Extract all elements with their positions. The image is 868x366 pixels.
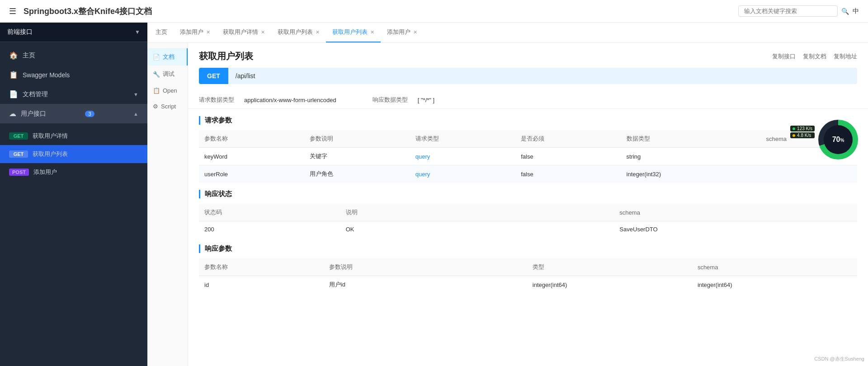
sidebar-item-doc-mgmt-label: 文档管理 (23, 90, 48, 99)
copy-api-btn[interactable]: 复制接口 (772, 52, 796, 61)
tab-get-user-list-2[interactable]: 获取用户列表 ✕ (326, 23, 381, 42)
api-name-get-detail: 获取用户详情 (33, 132, 68, 140)
col-res-name: 参数名称 (199, 258, 324, 276)
download-indicator (793, 134, 795, 137)
sidebar-item-home-label: 主页 (23, 52, 35, 60)
panel-item-script-label: Script (161, 103, 176, 110)
api-item-post-user[interactable]: POST 添加用户 (0, 163, 147, 181)
copy-url-btn[interactable]: 复制地址 (834, 52, 857, 61)
content-area: 📄 文档 🔧 调试 📋 Open ⚙ Script (147, 43, 868, 366)
home-icon: 🏠 (9, 51, 18, 60)
api-name-post: 添加用户 (33, 168, 57, 176)
tab-add-user-1-label: 添加用户 (180, 28, 203, 36)
upload-indicator (793, 127, 795, 130)
col-res-type: 类型 (527, 258, 692, 276)
sidebar-item-home[interactable]: 🏠 主页 (0, 46, 147, 65)
status-empty2 (506, 221, 560, 238)
response-type-label: 响应数据类型 (373, 96, 418, 104)
menu-icon[interactable]: ☰ (9, 6, 16, 16)
doc-actions: 复制接口 复制文档 复制地址 (772, 52, 857, 61)
col-res-empty1 (448, 258, 488, 276)
tab-add-user-1-close[interactable]: ✕ (206, 29, 210, 35)
res-empty1 (448, 276, 488, 294)
sidebar-item-user-api[interactable]: ☁ 用户接口 3 ▲ (0, 104, 147, 123)
request-params-title: 请求参数 (199, 116, 857, 125)
tab-add-user-2-close[interactable]: ✕ (413, 29, 417, 35)
query-link[interactable]: query (415, 153, 430, 160)
main: 主页 添加用户 ✕ 获取用户详情 ✕ 获取用户列表 ✕ 获取用户列表 ✕ 添加用… (147, 23, 868, 366)
tab-get-user-list-1[interactable]: 获取用户列表 ✕ (271, 23, 326, 42)
sidebar-item-swagger-label: Swagger Models (23, 71, 70, 79)
tab-get-user-list-1-close[interactable]: ✕ (316, 29, 320, 35)
sidebar-item-user-api-label: 用户接口 (21, 110, 46, 118)
response-status-section: 响应状态 状态码 说明 schema (199, 190, 857, 237)
doc-mgmt-arrow-icon: ▼ (133, 92, 138, 97)
request-params-section: 请求参数 参数名称 参数说明 请求类型 是否必须 数据类型 schema (199, 116, 857, 183)
get-badge-detail: GET (9, 132, 28, 140)
post-badge: POST (9, 169, 29, 176)
panel-item-doc[interactable]: 📄 文档 (147, 48, 188, 66)
status-empty3 (560, 221, 614, 238)
res-schema-cell: integer(int64) (692, 276, 857, 294)
tab-get-user-detail-close[interactable]: ✕ (261, 29, 265, 35)
tab-add-user-2-label: 添加用户 (387, 28, 410, 36)
col-required: 是否必须 (515, 130, 621, 148)
header-search: 🔍 中 (738, 5, 859, 17)
status-empty1 (453, 221, 506, 238)
res-type-cell: integer(int64) (527, 276, 692, 294)
col-param-desc: 参数说明 (304, 130, 410, 148)
sidebar-api-list: GET 获取用户详情 GET 获取用户列表 POST 添加用户 (0, 127, 147, 181)
tab-add-user-1[interactable]: 添加用户 ✕ (174, 23, 217, 42)
col-param-name: 参数名称 (199, 130, 304, 148)
tab-get-user-detail[interactable]: 获取用户详情 ✕ (217, 23, 271, 42)
panel-item-debug[interactable]: 🔧 调试 (147, 66, 188, 83)
col-res-schema: schema (692, 258, 857, 276)
panel-item-script[interactable]: ⚙ Script (147, 99, 188, 114)
tab-home[interactable]: 主页 (149, 23, 174, 42)
col-status-empty1 (453, 204, 506, 221)
param-datatype-cell: string (621, 148, 761, 165)
sidebar-item-swagger[interactable]: 📋 Swagger Models (0, 65, 147, 84)
param-desc-cell: 关键字 (304, 148, 410, 165)
sidebar-item-doc-mgmt[interactable]: 📄 文档管理 ▼ (0, 84, 147, 104)
get-badge-list: GET (9, 150, 28, 158)
sidebar-dropdown-text: 前端接口 (7, 28, 33, 36)
copy-doc-btn[interactable]: 复制文档 (803, 52, 826, 61)
doc-mgmt-icon: 📄 (9, 90, 18, 99)
col-status-desc: 说明 (340, 204, 453, 221)
api-method-badge: GET (199, 68, 228, 84)
tab-home-label: 主页 (156, 28, 167, 36)
param-desc-cell: 用户角色 (304, 165, 410, 183)
header-title: Springboot3.x整合Knife4接口文档 (24, 6, 738, 17)
sidebar-dropdown[interactable]: 前端接口 ▼ (0, 23, 147, 42)
api-name-get-list: 获取用户列表 (33, 150, 68, 158)
doc-header: 获取用户列表 复制接口 复制文档 复制地址 (188, 43, 868, 68)
api-path: /api/list (228, 68, 263, 84)
tab-add-user-2[interactable]: 添加用户 ✕ (381, 23, 424, 42)
panel-item-debug-label: 调试 (163, 70, 175, 78)
cloud-icon: ☁ (9, 109, 16, 118)
tab-get-user-list-2-close[interactable]: ✕ (370, 29, 374, 35)
panel-item-doc-label: 文档 (163, 53, 175, 61)
search-icon[interactable]: 🔍 (841, 8, 849, 15)
tabs-bar: 主页 添加用户 ✕ 获取用户详情 ✕ 获取用户列表 ✕ 获取用户列表 ✕ 添加用… (147, 23, 868, 43)
res-empty2 (488, 276, 527, 294)
request-type-label: 请求数据类型 (199, 96, 244, 104)
search-input[interactable] (738, 5, 838, 17)
upload-stat: 123 K/s (790, 126, 815, 131)
doc-icon: 📄 (153, 54, 160, 61)
sidebar: 前端接口 ▼ 🏠 主页 📋 Swagger Models 📄 文档管理 ▼ ☁ … (0, 23, 147, 366)
header: ☰ Springboot3.x整合Knife4接口文档 🔍 中 (0, 0, 868, 23)
upload-value: 123 K/s (797, 126, 812, 131)
speed-circle: 70% (818, 120, 858, 160)
query-link[interactable]: query (415, 171, 430, 178)
col-status-schema: schema (614, 204, 857, 221)
panel-item-open-label: Open (163, 87, 177, 94)
speed-unit: % (840, 138, 844, 143)
panel-item-open[interactable]: 📋 Open (147, 83, 188, 99)
api-item-get-user-list[interactable]: GET 获取用户列表 (0, 145, 147, 163)
speed-stats: 123 K/s 4.8 K/s (790, 126, 815, 138)
left-panel: 📄 文档 🔧 调试 📋 Open ⚙ Script (147, 43, 188, 366)
lang-switch[interactable]: 中 (853, 7, 859, 15)
api-item-get-user-detail[interactable]: GET 获取用户详情 (0, 127, 147, 145)
